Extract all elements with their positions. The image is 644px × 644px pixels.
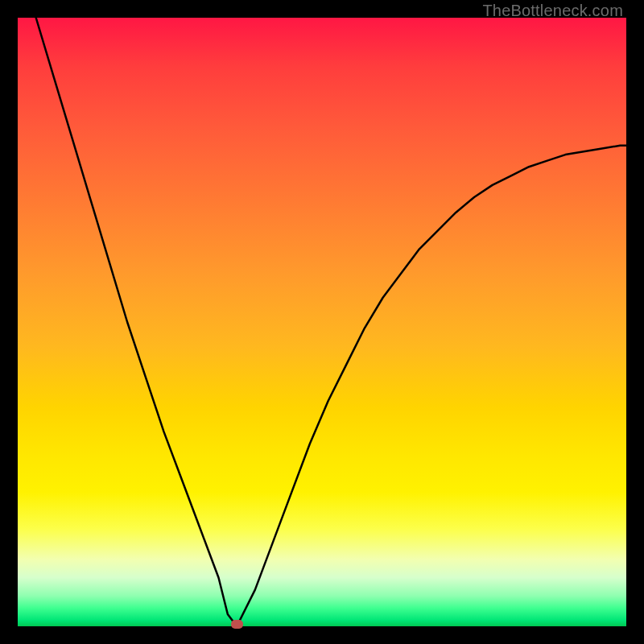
attribution-text: TheBottleneck.com (482, 2, 623, 20)
chart-frame: TheBottleneck.com (0, 0, 644, 644)
optimal-point-marker (231, 620, 243, 629)
bottleneck-curve (18, 18, 626, 626)
plot-area (18, 18, 626, 626)
